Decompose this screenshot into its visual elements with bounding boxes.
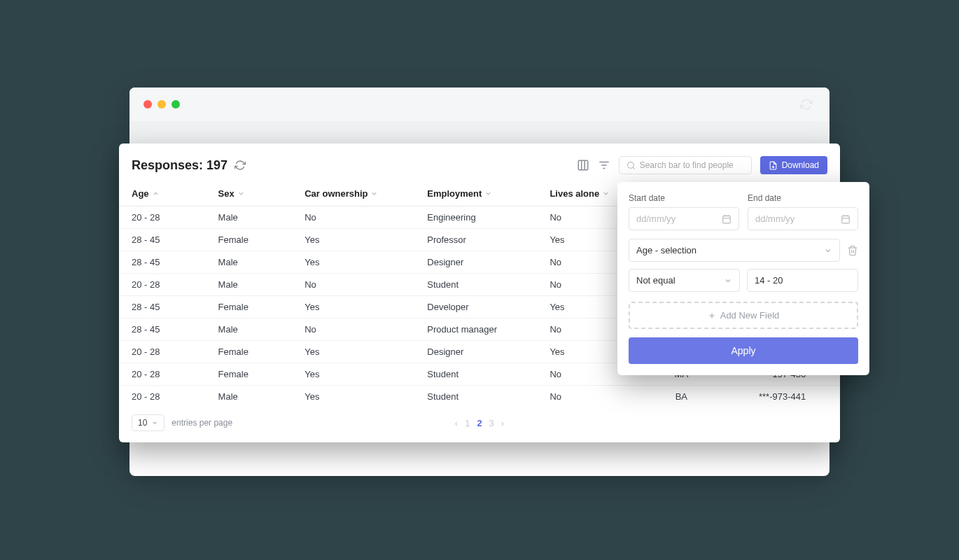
cell-age: 28 - 45: [119, 318, 206, 341]
columns-icon[interactable]: [577, 159, 589, 172]
col-car[interactable]: Car ownership: [292, 181, 414, 206]
cell-sex: Female: [206, 341, 293, 363]
apply-label: Apply: [731, 345, 755, 356]
cell-emp: Designer: [414, 251, 537, 274]
cell-emp: Student: [414, 363, 537, 386]
add-new-field-button[interactable]: Add New Field: [629, 302, 858, 329]
entries-per-page-select[interactable]: 10: [132, 414, 164, 431]
card-toolbar: Search bar to find people Download: [577, 156, 827, 174]
delete-filter-icon[interactable]: [847, 245, 858, 256]
calendar-icon: [841, 214, 850, 224]
browser-titlebar: [130, 88, 830, 121]
calendar-icon: [722, 214, 732, 224]
end-date-label: End date: [748, 193, 858, 203]
cell-car: Yes: [292, 296, 414, 318]
filter-value-input[interactable]: 14 - 20: [747, 269, 858, 292]
chevron-down-icon: [824, 246, 832, 255]
cell-age: 20 - 28: [119, 274, 206, 296]
cell-emp: Engineering: [414, 206, 537, 229]
cell-car: Yes: [292, 386, 414, 408]
cell-sex: Male: [206, 318, 293, 341]
chevron-down-icon: [151, 419, 158, 426]
entries-value: 10: [138, 418, 147, 428]
start-date-label: Start date: [629, 193, 739, 203]
end-date-placeholder: dd/mm/yy: [755, 214, 794, 224]
cell-emp: Designer: [414, 341, 537, 363]
card-header: Responses: 197 Search bar to find people…: [119, 156, 840, 181]
filter-value-text: 14 - 20: [755, 275, 783, 286]
download-icon: [769, 161, 778, 170]
filter-operator-value: Not equal: [636, 275, 676, 286]
plus-icon: [708, 312, 716, 320]
maximize-window-icon[interactable]: [172, 100, 180, 108]
filter-icon[interactable]: [598, 159, 610, 172]
page-2[interactable]: 2: [477, 418, 482, 428]
page-prev[interactable]: ‹: [455, 418, 458, 428]
filter-field-select[interactable]: Age - selection: [629, 239, 840, 262]
cell-car: Yes: [292, 341, 414, 363]
cell-sex: Female: [206, 296, 293, 318]
svg-point-6: [627, 162, 634, 168]
cell-car: No: [292, 274, 414, 296]
cell-car: No: [292, 206, 414, 229]
close-window-icon[interactable]: [144, 100, 152, 108]
cell-sex: Male: [206, 251, 293, 274]
download-button[interactable]: Download: [760, 156, 827, 174]
filter-panel: Start date dd/mm/yy End date dd/mm/yy Ag…: [617, 182, 869, 375]
col-employment[interactable]: Employment: [414, 181, 537, 206]
col-sex[interactable]: Sex: [206, 181, 293, 206]
cell-car: No: [292, 318, 414, 341]
cell-age: 28 - 45: [119, 296, 206, 318]
cell-age: 20 - 28: [119, 386, 206, 408]
search-input[interactable]: Search bar to find people: [619, 156, 752, 174]
svg-line-7: [633, 167, 634, 169]
apply-button[interactable]: Apply: [629, 337, 858, 364]
cell-edu: BA: [638, 386, 725, 408]
cell-phone: ***-973-441: [724, 386, 840, 408]
cell-car: Yes: [292, 363, 414, 386]
pagination: ‹ 1 2 3 ›: [455, 418, 504, 428]
cell-lives: No: [537, 386, 638, 408]
cell-sex: Male: [206, 274, 293, 296]
chevron-down-icon: [237, 190, 245, 197]
filter-field-value: Age - selection: [636, 245, 696, 255]
card-footer: 10 entries per page ‹ 1 2 3 ›: [119, 407, 840, 434]
cell-emp: Product manager: [414, 318, 537, 341]
start-date-placeholder: dd/mm/yy: [636, 214, 676, 224]
entries-label: entries per page: [172, 418, 232, 428]
window-controls: [144, 100, 180, 108]
browser-refresh-icon[interactable]: [800, 98, 813, 111]
cell-emp: Developer: [414, 296, 537, 318]
cell-sex: Female: [206, 363, 293, 386]
page-next[interactable]: ›: [501, 418, 504, 428]
add-field-label: Add New Field: [720, 310, 780, 321]
cell-sex: Male: [206, 206, 293, 229]
start-date-input[interactable]: dd/mm/yy: [629, 207, 739, 230]
end-date-input[interactable]: dd/mm/yy: [748, 207, 858, 230]
page-3[interactable]: 3: [489, 418, 494, 428]
cell-age: 20 - 28: [119, 206, 206, 229]
svg-rect-13: [842, 216, 850, 223]
page-title: Responses: 197: [132, 158, 227, 173]
cell-car: Yes: [292, 251, 414, 274]
chevron-down-icon: [602, 190, 610, 197]
minimize-window-icon[interactable]: [158, 100, 166, 108]
filter-operator-select[interactable]: Not equal: [629, 269, 740, 292]
chevron-down-icon: [370, 190, 378, 197]
cell-age: 20 - 28: [119, 341, 206, 363]
col-age[interactable]: Age: [119, 181, 206, 206]
chevron-down-icon: [484, 190, 492, 197]
svg-rect-0: [578, 160, 588, 170]
cell-age: 28 - 45: [119, 251, 206, 274]
cell-emp: Student: [414, 274, 537, 296]
cell-sex: Male: [206, 386, 293, 408]
page-1[interactable]: 1: [465, 418, 470, 428]
cell-emp: Professor: [414, 229, 537, 251]
table-row[interactable]: 20 - 28MaleYesStudentNoBA***-973-441: [119, 386, 840, 408]
search-placeholder: Search bar to find people: [640, 160, 734, 170]
cell-age: 20 - 28: [119, 363, 206, 386]
cell-emp: Student: [414, 386, 537, 408]
sort-asc-icon: [152, 190, 160, 197]
chevron-down-icon: [724, 276, 732, 285]
refresh-icon[interactable]: [234, 160, 246, 171]
